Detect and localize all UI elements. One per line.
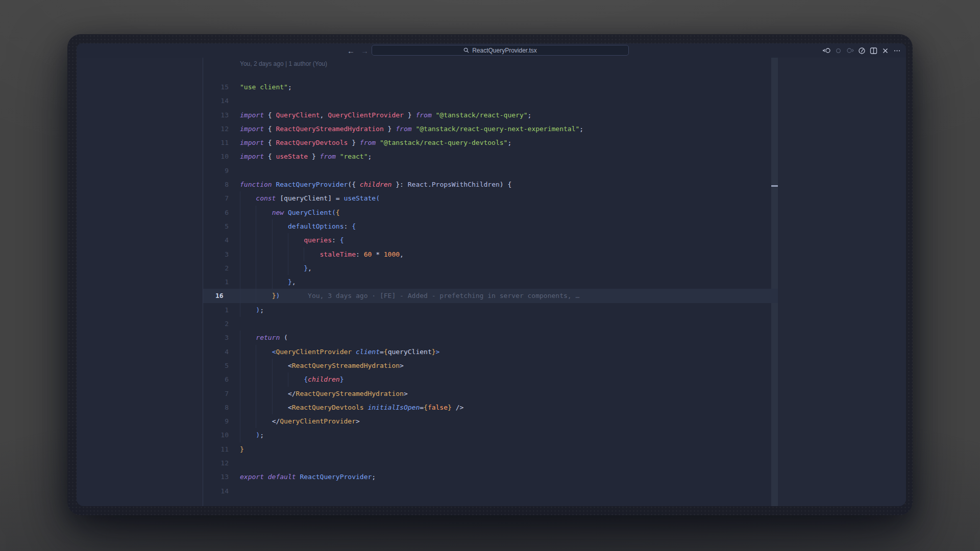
code-line[interactable]: 15"use client";	[203, 80, 778, 94]
code-line[interactable]: 4 queries: {	[203, 233, 778, 247]
code-line[interactable]: 11import { ReactQueryDevtools } from "@t…	[203, 136, 778, 149]
code-line[interactable]: 1 },	[203, 275, 778, 289]
line-number[interactable]: 3	[203, 331, 240, 344]
code-line[interactable]: 4 <QueryClientProvider client={queryClie…	[203, 345, 778, 359]
line-number[interactable]: 2	[203, 261, 240, 275]
indent-guide	[256, 345, 256, 359]
indent-guide	[256, 206, 256, 219]
code-line[interactable]: 11}	[203, 442, 778, 456]
line-number[interactable]: 7	[203, 191, 240, 205]
code-line[interactable]: 10import { useState } from "react";	[203, 149, 778, 163]
code-text: {children}	[240, 372, 778, 386]
code-line[interactable]: 14	[203, 484, 778, 498]
navigate-back-button[interactable]: ←	[347, 46, 355, 55]
line-number[interactable]: 3	[203, 247, 240, 261]
code-text: import { ReactQueryDevtools } from "@tan…	[240, 136, 778, 149]
indent-guide	[288, 261, 288, 275]
line-number[interactable]: 11	[203, 442, 240, 456]
code-text: new QueryClient({	[240, 206, 778, 219]
code-line[interactable]: 13export default ReactQueryProvider;	[203, 470, 778, 484]
navigate-forward-button[interactable]: →	[361, 46, 369, 55]
indent-guide	[272, 233, 273, 247]
line-number[interactable]: 1	[203, 275, 240, 289]
code-text: })You, 3 days ago · [FE] - Added - prefe…	[240, 289, 778, 303]
inline-git-blame[interactable]: You, 3 days ago · [FE] - Added - prefetc…	[308, 292, 579, 299]
code-line-current[interactable]: 16 })You, 3 days ago · [FE] - Added - pr…	[203, 289, 778, 303]
line-number[interactable]: 15	[203, 80, 240, 94]
code-line[interactable]: 6 new QueryClient({	[203, 206, 778, 219]
line-number[interactable]: 9	[203, 414, 240, 428]
code-line[interactable]: 3 return (	[203, 331, 778, 344]
code-line[interactable]: 14	[203, 94, 778, 108]
code-line[interactable]: 10 );	[203, 428, 778, 442]
code-text: );	[240, 303, 778, 317]
line-number[interactable]: 8	[203, 400, 240, 414]
code-editor[interactable]: You, 2 days ago | 1 author (You) 15"use …	[77, 58, 906, 506]
indent-guide	[240, 289, 240, 303]
timer-icon[interactable]	[857, 46, 866, 55]
file-finder-input[interactable]: ReactQueryProvider.tsx	[372, 45, 629, 56]
code-line[interactable]: 7 const [queryClient] = useState(	[203, 191, 778, 205]
line-number[interactable]: 6	[203, 206, 240, 219]
code-line[interactable]: 12import { ReactQueryStreamedHydration }…	[203, 122, 778, 136]
line-number[interactable]: 8	[203, 178, 240, 191]
line-number[interactable]: 10	[203, 428, 240, 442]
indent-guide	[272, 261, 273, 275]
indent-guide	[240, 261, 240, 275]
indent-guide	[240, 414, 240, 428]
git-blame-header[interactable]: You, 2 days ago | 1 author (You)	[240, 60, 327, 67]
code-text: },	[240, 261, 778, 275]
indent-guide	[272, 387, 273, 400]
indent-guide	[272, 247, 273, 261]
centered-layout-right-margin	[778, 58, 906, 506]
indent-guide	[240, 331, 240, 344]
line-number[interactable]: 12	[203, 456, 240, 470]
indent-guide	[272, 372, 273, 386]
code-line[interactable]: 5 defaultOptions: {	[203, 219, 778, 233]
line-number[interactable]: 4	[203, 233, 240, 247]
code-line[interactable]: 13import { QueryClient, QueryClientProvi…	[203, 108, 778, 122]
code-text: </QueryClientProvider>	[240, 414, 778, 428]
line-number[interactable]: 9	[203, 164, 240, 178]
indent-guide	[240, 400, 240, 414]
indent-guide	[256, 219, 256, 233]
line-number[interactable]: 14	[203, 484, 240, 498]
line-number[interactable]: 13	[203, 470, 240, 484]
code-line[interactable]: 12	[203, 456, 778, 470]
code-line[interactable]: 2	[203, 317, 778, 331]
dock-left-indicator-icon[interactable]	[822, 46, 831, 55]
line-number[interactable]: 14	[203, 94, 240, 108]
line-number[interactable]: 5	[203, 359, 240, 372]
split-pane-icon[interactable]	[869, 46, 878, 55]
line-number[interactable]: 1	[203, 303, 240, 317]
close-icon[interactable]	[881, 46, 890, 55]
code-line[interactable]: 3 staleTime: 60 * 1000,	[203, 247, 778, 261]
code-line[interactable]: 8 <ReactQueryDevtools initialIsOpen={fal…	[203, 400, 778, 414]
line-number[interactable]: 6	[203, 372, 240, 386]
code-line[interactable]: 8function ReactQueryProvider({ children …	[203, 178, 778, 191]
line-number[interactable]: 4	[203, 345, 240, 359]
line-number[interactable]: 5	[203, 219, 240, 233]
line-number[interactable]: 2	[203, 317, 240, 331]
more-menu-icon[interactable]	[893, 46, 901, 55]
line-number[interactable]: 12	[203, 122, 240, 136]
dock-bottom-indicator-icon[interactable]	[834, 46, 843, 55]
code-line[interactable]: 2 },	[203, 261, 778, 275]
code-line[interactable]: 7 </ReactQueryStreamedHydration>	[203, 387, 778, 400]
line-number[interactable]: 11	[203, 136, 240, 149]
code-text: "use client";	[240, 80, 778, 94]
code-line[interactable]: 9 </QueryClientProvider>	[203, 414, 778, 428]
code-text: <ReactQueryStreamedHydration>	[240, 359, 778, 372]
code-text: </ReactQueryStreamedHydration>	[240, 387, 778, 400]
line-number[interactable]: 13	[203, 108, 240, 122]
code-text: queries: {	[240, 233, 778, 247]
line-number[interactable]: 10	[203, 149, 240, 163]
line-number[interactable]: 7	[203, 387, 240, 400]
code-line[interactable]: 1 );	[203, 303, 778, 317]
code-line[interactable]: 9	[203, 164, 778, 178]
dock-right-indicator-icon[interactable]	[846, 46, 854, 55]
line-number[interactable]: 16	[203, 289, 240, 303]
code-line[interactable]: 6 {children}	[203, 372, 778, 386]
indent-guide	[240, 206, 240, 219]
code-line[interactable]: 5 <ReactQueryStreamedHydration>	[203, 359, 778, 372]
